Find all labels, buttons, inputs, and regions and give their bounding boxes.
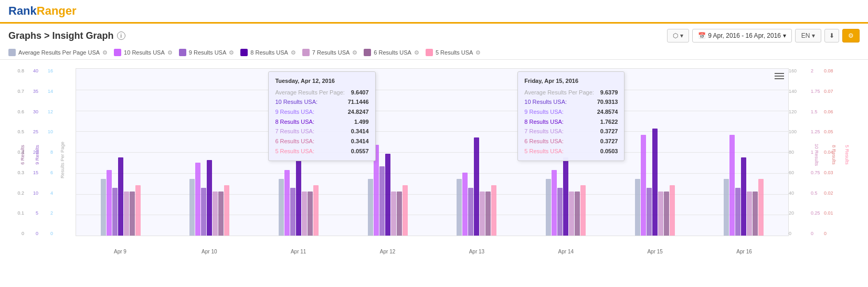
axis-tick: 0.08 <box>824 68 833 73</box>
gear-icon[interactable]: ⚙ <box>102 49 108 56</box>
bar-group <box>76 157 165 236</box>
axis-tick: 0 <box>36 231 38 236</box>
bar <box>670 185 675 236</box>
bars-wrapper <box>76 69 788 236</box>
chevron-down-icon: ▾ <box>680 32 683 39</box>
language-button[interactable]: EN ▾ <box>795 29 821 42</box>
legend-item[interactable]: 8 Results USA ⚙ <box>240 49 296 56</box>
x-label: Apr 16 <box>700 249 789 254</box>
legend-item[interactable]: Average Results Per Page USA ⚙ <box>8 49 108 56</box>
axis-tick: 0.75 <box>811 170 820 175</box>
gear-icon[interactable]: ⚙ <box>475 49 481 56</box>
tooltip-label: 7 Results USA: <box>524 126 564 136</box>
bar <box>101 179 106 236</box>
legend-item[interactable]: 5 Results USA ⚙ <box>426 49 481 56</box>
legend-item[interactable]: 6 Results USA ⚙ <box>364 49 419 56</box>
bar <box>652 129 658 236</box>
tooltip-value: 9.6379 <box>600 88 618 98</box>
legend-swatch <box>426 49 433 56</box>
axis-tick: 30 <box>33 109 38 114</box>
bar <box>284 170 290 236</box>
axis-tick: 0.01 <box>824 210 833 216</box>
y-axis-right1: 160140120100806040200 <box>789 68 807 236</box>
tooltip-row: Average Results Per Page: 9.6379 <box>524 88 618 98</box>
axis-tick: 2 <box>50 210 53 216</box>
legend-item[interactable]: 10 Results USA ⚙ <box>114 49 173 56</box>
axis-tick: 12 <box>48 109 53 114</box>
date-range-button[interactable]: 📅 9 Apr, 2016 - 16 Apr, 2016 ▾ <box>692 29 792 42</box>
language-text: EN <box>801 32 810 39</box>
axis-label-6results: 6 Results <box>20 145 25 165</box>
axis-tick: 1.25 <box>811 129 820 134</box>
x-label: Apr 10 <box>165 249 254 254</box>
header-controls: ⬡ ▾ 📅 9 Apr, 2016 - 16 Apr, 2016 ▾ EN ▾ … <box>667 29 860 42</box>
bar <box>124 192 129 236</box>
top-bar: RankRanger <box>0 0 868 24</box>
gear-icon[interactable]: ⚙ <box>229 49 234 56</box>
legend-item[interactable]: 7 Results USA ⚙ <box>302 49 358 56</box>
tooltip-row: 10 Results USA: 71.1446 <box>275 97 368 107</box>
bar <box>635 179 640 236</box>
legend-bar: Average Results Per Page USA ⚙ 10 Result… <box>0 46 868 60</box>
tooltip-row: 6 Results USA: 0.3414 <box>275 136 368 146</box>
tooltip-row: 7 Results USA: 0.3414 <box>275 126 368 136</box>
download-icon: ⬇ <box>829 32 834 39</box>
settings-button[interactable]: ⚙ <box>842 29 860 42</box>
bar <box>368 179 373 236</box>
legend-swatch <box>114 49 121 56</box>
bar <box>135 185 141 236</box>
legend-swatch <box>240 49 248 56</box>
tooltip-label: 10 Results USA: <box>275 97 317 107</box>
gear-icon[interactable]: ⚙ <box>167 49 173 56</box>
gear-icon[interactable]: ⚙ <box>414 49 419 56</box>
bar <box>379 166 385 236</box>
plot-area: Tuesday, Apr 12, 2016 Average Results Pe… <box>76 68 789 236</box>
bar <box>747 192 752 236</box>
chart-container: 0.80.70.60.50.40.30.20.10 40353025201510… <box>0 60 868 257</box>
legend-item[interactable]: 9 Results USA ⚙ <box>179 49 235 56</box>
bar <box>296 160 301 236</box>
bar <box>563 157 568 236</box>
bar <box>403 185 408 236</box>
bar <box>213 192 218 236</box>
axis-tick: 0.5 <box>811 190 818 196</box>
gear-icon[interactable]: ⚙ <box>352 49 357 56</box>
axis-label-10results-right: 10 Results <box>814 144 820 166</box>
axis-tick: 160 <box>789 68 797 73</box>
legend-label: 6 Results USA <box>374 49 411 56</box>
tooltip-label: 9 Results USA: <box>524 107 564 117</box>
axis-tick: 15 <box>33 170 38 175</box>
graph-selector-icon: ⬡ <box>673 32 678 39</box>
bar <box>195 163 200 236</box>
tooltip-value: 24.8247 <box>348 107 369 117</box>
tooltip-row: 10 Results USA: 70.9313 <box>524 97 618 107</box>
legend-label: 10 Results USA <box>124 49 165 56</box>
bar-group <box>521 157 610 236</box>
settings-icon: ⚙ <box>848 32 854 39</box>
axis-tick: 140 <box>789 89 797 94</box>
info-icon[interactable]: i <box>117 31 125 40</box>
bar-group <box>432 137 522 236</box>
axis-label-8results-right: 8 Results <box>831 145 837 165</box>
page-title: Graphs > Insight Graph i <box>8 30 125 41</box>
axis-tick: 8 <box>50 150 53 155</box>
gear-icon[interactable]: ⚙ <box>291 49 296 56</box>
bar <box>207 160 212 236</box>
axis-tick: 4 <box>50 190 53 196</box>
page-title-text: Graphs > Insight Graph <box>8 30 114 41</box>
bar <box>118 157 123 236</box>
axis-tick: 0 <box>50 231 53 236</box>
tooltip-label: 8 Results USA: <box>524 117 564 127</box>
bar <box>546 179 551 236</box>
tooltip-label: Average Results Per Page: <box>524 88 594 98</box>
tooltip-row: Average Results Per Page: 9.6407 <box>275 88 368 98</box>
bar <box>107 170 112 236</box>
axis-tick: 0.05 <box>824 129 833 134</box>
bar-group <box>254 160 343 236</box>
bar <box>485 192 491 236</box>
download-button[interactable]: ⬇ <box>824 29 839 42</box>
tooltip-row: 9 Results USA: 24.8574 <box>524 107 618 117</box>
logo-ranger: Ranger <box>37 4 77 17</box>
y-axis-left3: 1614121086420 <box>40 68 53 236</box>
graph-selector-button[interactable]: ⬡ ▾ <box>667 29 689 42</box>
